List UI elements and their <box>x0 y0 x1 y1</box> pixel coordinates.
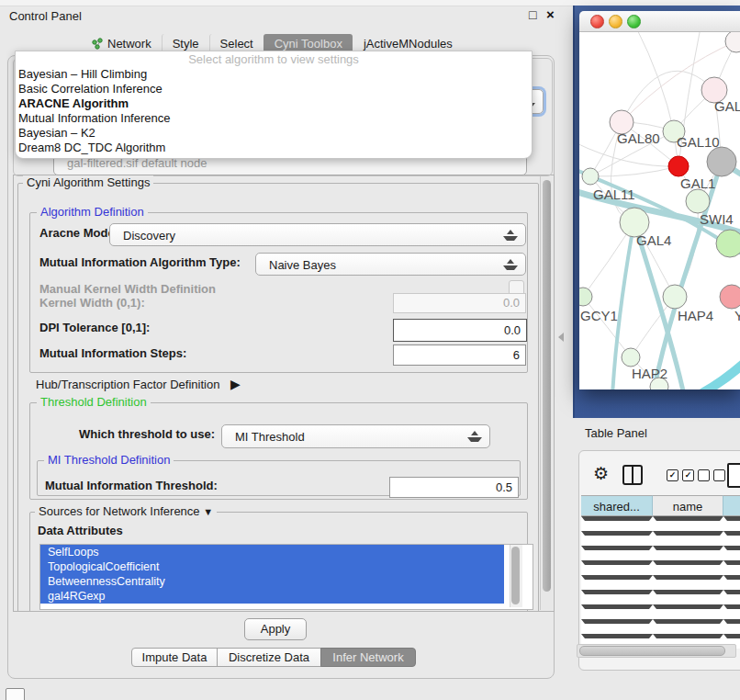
bottom-tab-discretize-data[interactable]: Discretize Data <box>217 648 321 667</box>
unchecked-box-icon <box>713 469 725 481</box>
table-cell: 9. <box>723 619 740 624</box>
hub-expander[interactable]: Hub/Transcription Factor Definition ▶ <box>36 377 241 391</box>
column-header-a[interactable]: A <box>723 495 740 516</box>
table-cell: YDR27... <box>653 531 723 536</box>
mi-threshold-field[interactable]: 0.5 <box>389 477 519 498</box>
table-row[interactable]: YLR345WYLR345W9. <box>581 619 740 634</box>
network-canvas[interactable]: GAL7GAL80GAL10GAL1GAL11GAL4GCY1HAP4YHAP2… <box>579 32 740 390</box>
deselect-all-icon[interactable] <box>698 469 725 481</box>
minimized-panel-icon[interactable] <box>6 688 25 700</box>
tab-label: Cyni Toolbox <box>275 37 342 51</box>
table-cell: YIL052C <box>653 634 723 638</box>
column-header-shared[interactable]: shared... <box>581 495 653 516</box>
attribute-item-topologicalcoefficient[interactable]: TopologicalCoefficient <box>40 559 504 574</box>
network-view-window: GAL7GAL80GAL10GAL1GAL11GAL4GCY1HAP4YHAP2… <box>579 11 740 390</box>
checked-box-icon: ✓ <box>667 469 678 481</box>
table-cell: YDL19... <box>653 516 723 521</box>
attribute-item-gal4rgexp[interactable]: gal4RGexp <box>40 589 504 604</box>
network-node-GAL1[interactable] <box>686 189 710 213</box>
network-node-node-top-right[interactable] <box>725 32 740 52</box>
table-row[interactable]: YER054CYER054C8. <box>581 575 740 590</box>
which-threshold-value: MI Threshold <box>235 430 305 444</box>
kernel-width-label: Kernel Width (0,1): <box>39 296 145 310</box>
kernel-width-field: 0.0 <box>393 293 526 313</box>
algorithm-option-bayesian-hill-climbing[interactable]: Bayesian – Hill Climbing <box>16 67 532 82</box>
network-node-node-pink-right[interactable] <box>720 285 740 309</box>
network-node-selected-node-red[interactable] <box>668 156 689 176</box>
table-scrollbar-thumb[interactable] <box>579 646 725 656</box>
table-cell: YBR045C <box>653 590 723 594</box>
attribute-list-scrollbar-thumb[interactable] <box>511 547 520 604</box>
settings-scrollbar <box>540 176 553 610</box>
table-cell: YBR045C <box>581 590 653 594</box>
cyni-algorithm-settings-title: Cyni Algorithm Settings <box>23 175 153 189</box>
network-edge <box>622 71 714 122</box>
table-row[interactable]: YBR043CYBR043C <box>581 546 740 560</box>
node-label-gal1: GAL1 <box>680 175 715 191</box>
select-all-icon[interactable]: ✓ ✓ <box>667 469 694 481</box>
splitter-collapse-icon[interactable] <box>558 333 564 342</box>
network-node-GCY1[interactable] <box>579 288 592 306</box>
table-row[interactable]: YPR145WYPR145W9. <box>581 560 740 575</box>
table-cell: YER054C <box>581 575 653 580</box>
column-header-name[interactable]: name <box>653 495 723 516</box>
table-row[interactable]: YBR045CYBR045C9. <box>581 590 740 604</box>
settings-scrollbar-thumb[interactable] <box>543 180 551 592</box>
which-threshold-select[interactable]: MI Threshold <box>221 424 490 448</box>
sources-expander[interactable]: Sources for Network Inference ▼ <box>35 504 217 518</box>
control-panel-title: Control Panel <box>9 9 82 23</box>
mi-threshold-group-title: MI Threshold Definition <box>44 453 174 467</box>
algorithm-option-bayesian-k2[interactable]: Bayesian – K2 <box>16 126 532 141</box>
collapse-arrow-icon: ▼ <box>203 506 213 517</box>
attribute-item-selfloops[interactable]: SelfLoops <box>40 545 504 559</box>
bottom-tab-infer-network[interactable]: Infer Network <box>320 648 416 667</box>
table-cell: YER054C <box>653 575 723 580</box>
dpi-tolerance-label: DPI Tolerance [0,1]: <box>39 321 150 334</box>
split-columns-icon[interactable] <box>622 465 643 485</box>
window-minimize-button[interactable] <box>609 15 622 28</box>
dpi-tolerance-field[interactable]: 0.0 <box>393 319 527 342</box>
close-panel-icon[interactable]: × <box>546 6 555 22</box>
network-node-node-green-right[interactable] <box>716 230 740 257</box>
node-label-swi4: SWI4 <box>700 211 734 227</box>
table-row[interactable]: YBL079WYBL079W <box>581 604 740 619</box>
mi-steps-field[interactable]: 6 <box>393 344 526 366</box>
network-node-HAP4[interactable] <box>663 285 687 309</box>
aracne-mode-select[interactable]: Discovery <box>109 223 526 246</box>
apply-button[interactable]: Apply <box>244 618 307 640</box>
algorithm-option-aracne-algorithm[interactable]: ARACNE Algorithm <box>16 96 532 111</box>
network-node-HAP2[interactable] <box>622 348 640 367</box>
table-cell: YIL052C <box>581 634 653 638</box>
table-row[interactable]: YDL19...YDL19...13 <box>581 516 740 531</box>
bottom-tab-impute-data[interactable]: Impute Data <box>131 648 218 667</box>
stepper-icon <box>467 431 482 442</box>
algorithm-option-mutual-information-inference[interactable]: Mutual Information Inference <box>16 111 532 126</box>
network-node-GAL11[interactable] <box>582 168 599 185</box>
algorithm-option-basic-correlation-inference[interactable]: Basic Correlation Inference <box>16 82 532 96</box>
mi-type-label: Mutual Information Algorithm Type: <box>39 255 241 269</box>
network-window-titlebar[interactable] <box>579 11 740 32</box>
algorithm-option-dream8-dc-tdc-algorithm[interactable]: Dream8 DC_TDC Algorithm <box>16 141 532 155</box>
new-table-icon[interactable] <box>727 463 740 488</box>
window-close-button[interactable] <box>590 15 604 28</box>
node-label-gal4: GAL4 <box>636 232 671 248</box>
bottom-tab-bar: Impute DataDiscretize DataInfer Network <box>131 648 416 667</box>
unchecked-box-icon <box>698 469 710 481</box>
algorithm-dropdown-list: Bayesian – Hill ClimbingBasic Correlatio… <box>16 67 532 155</box>
table-cell: YLR345W <box>581 619 653 624</box>
table-row[interactable]: YDR27...YDR27...12 <box>581 531 740 546</box>
table-cell: YLR345W <box>653 619 723 624</box>
float-panel-icon[interactable]: □ <box>529 7 536 22</box>
network-edge <box>636 32 674 131</box>
algorithm-definition-title: Algorithm Definition <box>37 205 148 219</box>
network-node-node-gray[interactable] <box>707 147 736 176</box>
gear-icon[interactable]: ⚙ <box>593 463 609 483</box>
mi-type-select[interactable]: Naive Bayes <box>255 253 526 276</box>
window-zoom-button[interactable] <box>627 15 641 28</box>
threshold-definition-title: Threshold Definition <box>37 395 151 409</box>
node-label-hap2: HAP2 <box>632 366 667 381</box>
attribute-item-betweennesscentrality[interactable]: BetweennessCentrality <box>40 574 504 589</box>
table-cell: YDL19... <box>581 516 653 521</box>
table-cell: 8. <box>723 575 740 580</box>
manual-kernel-label: Manual Kernel Width Definition <box>39 282 216 296</box>
